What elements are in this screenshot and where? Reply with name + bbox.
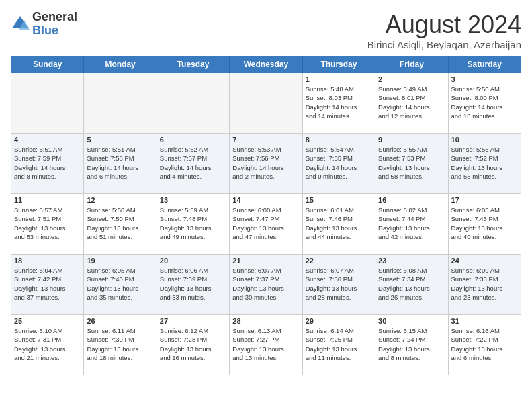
cell-info: and 26 minutes.: [378, 293, 445, 302]
cell-info: and 44 minutes.: [306, 232, 372, 241]
day-number: 24: [451, 257, 518, 265]
calendar-cell: 6Sunrise: 5:52 AMSunset: 7:57 PMDaylight…: [157, 134, 229, 194]
day-header-tuesday: Tuesday: [157, 56, 229, 73]
cell-info: and 11 minutes.: [306, 353, 372, 362]
cell-info: Daylight: 13 hours: [14, 284, 81, 293]
cell-info: Daylight: 13 hours: [232, 345, 299, 353]
day-number: 20: [160, 257, 226, 265]
day-number: 26: [87, 317, 153, 325]
cell-info: and 49 minutes.: [160, 232, 226, 241]
cell-info: and 51 minutes.: [87, 232, 153, 241]
cell-info: Sunrise: 6:06 AM: [160, 266, 226, 275]
cell-info: Sunset: 7:27 PM: [232, 335, 299, 344]
calendar-cell: 27Sunrise: 6:12 AMSunset: 7:28 PMDayligh…: [157, 315, 229, 375]
day-number: 1: [306, 75, 372, 83]
calendar-cell: 15Sunrise: 6:01 AMSunset: 7:46 PMDayligh…: [302, 194, 375, 255]
cell-info: Sunrise: 5:50 AM: [451, 85, 518, 93]
calendar-cell: 31Sunrise: 6:16 AMSunset: 7:22 PMDayligh…: [448, 315, 521, 375]
cell-info: and 14 minutes.: [306, 111, 372, 120]
week-row-3: 11Sunrise: 5:57 AMSunset: 7:51 PMDayligh…: [11, 194, 521, 255]
day-number: 29: [306, 317, 372, 325]
cell-info: Sunrise: 5:57 AM: [14, 205, 81, 214]
cell-info: Sunrise: 5:56 AM: [451, 145, 518, 154]
cell-info: Sunset: 7:55 PM: [306, 154, 372, 163]
cell-info: and 8 minutes.: [14, 172, 81, 181]
cell-info: Sunrise: 5:51 AM: [14, 145, 81, 154]
cell-info: Sunset: 7:36 PM: [306, 275, 372, 283]
cell-info: Sunrise: 6:00 AM: [232, 205, 299, 214]
cell-info: Sunset: 7:31 PM: [14, 335, 81, 344]
day-header-saturday: Saturday: [448, 56, 521, 73]
cell-info: Daylight: 13 hours: [378, 345, 445, 353]
cell-info: and 37 minutes.: [14, 293, 81, 302]
calendar-cell: 3Sunrise: 5:50 AMSunset: 8:00 PMDaylight…: [448, 73, 521, 134]
day-number: 11: [14, 196, 81, 204]
day-number: 28: [232, 317, 299, 325]
cell-info: Sunset: 8:01 PM: [378, 93, 445, 102]
cell-info: Daylight: 13 hours: [14, 345, 81, 353]
week-row-2: 4Sunrise: 5:51 AMSunset: 7:59 PMDaylight…: [11, 134, 521, 194]
cell-info: Sunrise: 5:52 AM: [160, 145, 226, 154]
cell-info: Sunrise: 6:16 AM: [451, 326, 518, 335]
day-number: 7: [232, 136, 299, 144]
cell-info: Sunset: 8:03 PM: [306, 93, 372, 102]
cell-info: Sunset: 7:51 PM: [14, 214, 81, 223]
day-number: 31: [451, 317, 518, 325]
calendar-cell: 19Sunrise: 6:05 AMSunset: 7:40 PMDayligh…: [84, 255, 157, 315]
day-number: 16: [378, 196, 445, 204]
day-number: 3: [451, 75, 518, 83]
cell-info: Sunrise: 6:02 AM: [378, 205, 445, 214]
cell-info: Sunset: 7:50 PM: [87, 214, 153, 223]
calendar-cell: 18Sunrise: 6:04 AMSunset: 7:42 PMDayligh…: [11, 255, 84, 315]
cell-info: Sunrise: 6:08 AM: [378, 266, 445, 275]
calendar-cell: 13Sunrise: 5:59 AMSunset: 7:48 PMDayligh…: [157, 194, 229, 255]
day-number: 30: [378, 317, 445, 325]
calendar-cell: 16Sunrise: 6:02 AMSunset: 7:44 PMDayligh…: [375, 194, 448, 255]
cell-info: and 53 minutes.: [14, 232, 81, 241]
cell-info: Sunrise: 5:55 AM: [378, 145, 445, 154]
day-header-wednesday: Wednesday: [230, 56, 302, 73]
calendar-cell: [230, 73, 302, 134]
month-year: August 2024: [367, 11, 521, 39]
week-row-5: 25Sunrise: 6:10 AMSunset: 7:31 PMDayligh…: [11, 315, 521, 375]
cell-info: Sunrise: 5:49 AM: [378, 85, 445, 93]
cell-info: Daylight: 13 hours: [87, 224, 153, 232]
week-row-1: 1Sunrise: 5:48 AMSunset: 8:03 PMDaylight…: [11, 73, 521, 134]
calendar-cell: [157, 73, 229, 134]
cell-info: Sunrise: 5:54 AM: [306, 145, 372, 154]
cell-info: Sunrise: 5:51 AM: [87, 145, 153, 154]
cell-info: Sunset: 7:46 PM: [306, 214, 372, 223]
cell-info: Sunrise: 6:01 AM: [306, 205, 372, 214]
cell-info: Daylight: 14 hours: [160, 163, 226, 172]
calendar-cell: 12Sunrise: 5:58 AMSunset: 7:50 PMDayligh…: [84, 194, 157, 255]
cell-info: Sunset: 7:47 PM: [232, 214, 299, 223]
cell-info: and 4 minutes.: [160, 172, 226, 181]
calendar-cell: 5Sunrise: 5:51 AMSunset: 7:58 PMDaylight…: [84, 134, 157, 194]
calendar-cell: 10Sunrise: 5:56 AMSunset: 7:52 PMDayligh…: [448, 134, 521, 194]
cell-info: Sunset: 7:52 PM: [451, 154, 518, 163]
cell-info: Sunset: 7:33 PM: [451, 275, 518, 283]
calendar-cell: 9Sunrise: 5:55 AMSunset: 7:53 PMDaylight…: [375, 134, 448, 194]
title-area: August 2024 Birinci Asiqli, Beylaqan, Az…: [367, 11, 521, 50]
cell-info: Sunset: 7:56 PM: [232, 154, 299, 163]
cell-info: Sunset: 7:43 PM: [451, 214, 518, 223]
cell-info: Sunrise: 6:12 AM: [160, 326, 226, 335]
cell-info: Sunrise: 6:10 AM: [14, 326, 81, 335]
cell-info: and 33 minutes.: [160, 293, 226, 302]
cell-info: and 6 minutes.: [87, 172, 153, 181]
cell-info: and 12 minutes.: [378, 111, 445, 120]
calendar-cell: 29Sunrise: 6:14 AMSunset: 7:25 PMDayligh…: [302, 315, 375, 375]
cell-info: Daylight: 13 hours: [306, 345, 372, 353]
cell-info: Daylight: 13 hours: [378, 163, 445, 172]
cell-info: Daylight: 13 hours: [232, 284, 299, 293]
calendar-cell: 1Sunrise: 5:48 AMSunset: 8:03 PMDaylight…: [302, 73, 375, 134]
cell-info: and 0 minutes.: [306, 172, 372, 181]
calendar-cell: 22Sunrise: 6:07 AMSunset: 7:36 PMDayligh…: [302, 255, 375, 315]
cell-info: and 18 minutes.: [87, 353, 153, 362]
cell-info: Sunset: 7:37 PM: [232, 275, 299, 283]
day-number: 22: [306, 257, 372, 265]
cell-info: and 21 minutes.: [14, 353, 81, 362]
cell-info: and 8 minutes.: [378, 353, 445, 362]
cell-info: Sunset: 7:30 PM: [87, 335, 153, 344]
cell-info: Sunrise: 5:59 AM: [160, 205, 226, 214]
